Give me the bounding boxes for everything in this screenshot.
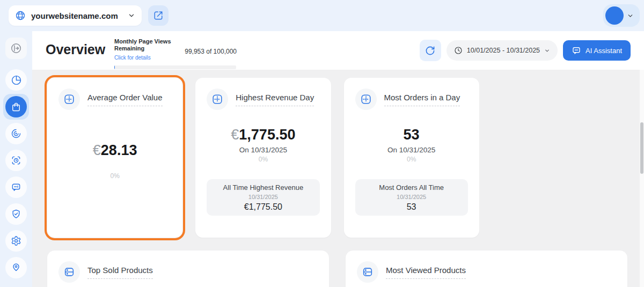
shield-check-icon	[11, 209, 21, 219]
card-value-date: On 10/31/2025	[344, 146, 479, 154]
alltime-date: 10/31/2025	[210, 193, 316, 201]
card-title: Average Order Value	[87, 93, 163, 106]
ai-assistant-label: AI Assistant	[586, 47, 622, 55]
collapse-sidebar-icon	[10, 42, 22, 54]
alltime-title: All Time Highest Revenue	[210, 183, 316, 192]
focus-scan-icon	[11, 155, 21, 166]
location-pin-icon	[11, 262, 21, 273]
table-card-icon-circle	[58, 261, 80, 283]
website-selector[interactable]: yourwebsitename.com	[9, 5, 142, 26]
alltime-title: Most Orders All Time	[358, 183, 465, 192]
sidebar-item-settings[interactable]	[5, 230, 27, 252]
main-area: Overview Monthly Page Views Remaining Cl…	[32, 31, 644, 287]
sidebar	[0, 31, 32, 287]
card-value-date: On 10/31/2025	[195, 146, 331, 154]
card-change: 0%	[47, 172, 182, 180]
card-title: Most Viewed Products	[386, 266, 466, 279]
page-header: Overview Monthly Page Views Remaining Cl…	[32, 31, 644, 70]
stat-card-icon-circle	[207, 89, 228, 110]
currency-prefix: €	[93, 142, 101, 158]
clock-icon	[454, 46, 463, 55]
chevron-down-icon	[627, 12, 634, 19]
card-highest-revenue-day[interactable]: Highest Revenue Day €1,775.50 On 10/31/2…	[195, 78, 331, 238]
sidebar-item-feedback[interactable]	[5, 176, 27, 198]
table-rows-icon	[362, 266, 374, 278]
external-link-icon	[153, 11, 163, 20]
header-controls: 10/01/2025 - 10/31/2025 AI Assistant	[420, 40, 631, 61]
sidebar-item-ecommerce[interactable]	[3, 94, 29, 120]
scrollbar-thumb[interactable]	[640, 122, 643, 174]
refresh-button[interactable]	[420, 40, 441, 61]
quota-progress-bar	[114, 65, 236, 69]
sidebar-item-behavior[interactable]	[5, 123, 27, 144]
widget-grid-icon	[360, 93, 372, 105]
card-title: Most Orders in a Day	[384, 93, 460, 106]
date-range-value: 10/01/2025 - 10/31/2025	[467, 47, 540, 54]
card-change: 0%	[344, 156, 479, 163]
card-value: €1,775.50	[195, 126, 331, 143]
quota-details-link[interactable]: Click for details	[114, 55, 151, 61]
scrollbar-track[interactable]	[640, 70, 644, 287]
pie-chart-icon	[11, 75, 22, 86]
chat-icon	[11, 182, 21, 193]
currency-prefix: €	[231, 127, 239, 143]
alltime-date: 10/31/2025	[358, 193, 465, 201]
settings-gear-icon	[11, 236, 21, 246]
refresh-icon	[425, 46, 435, 56]
widget-grid-icon	[63, 93, 75, 105]
widget-grid-icon	[211, 93, 223, 105]
website-name: yourwebsitename.com	[31, 11, 122, 20]
sidebar-item-recordings[interactable]	[5, 150, 27, 171]
table-rows-icon	[63, 266, 75, 278]
stat-cards-row: Average Order Value €28.13 0%	[47, 78, 627, 238]
sidebar-item-geolocation[interactable]	[5, 257, 27, 278]
globe-icon	[15, 10, 26, 21]
sidebar-item-security[interactable]	[5, 203, 27, 225]
open-website-button[interactable]	[148, 5, 169, 26]
shopping-bag-icon	[11, 101, 21, 112]
ai-assistant-button[interactable]: AI Assistant	[563, 40, 631, 61]
topbar: yourwebsitename.com	[0, 0, 644, 31]
page-title: Overview	[46, 42, 105, 57]
card-alltime-box: Most Orders All Time 10/31/2025 53	[355, 179, 468, 216]
sidebar-item-analytics[interactable]	[5, 69, 27, 91]
quota-usage: 99,953 of 100,000	[185, 48, 237, 55]
alltime-value: 53	[358, 202, 465, 212]
quota-label: Monthly Page Views Remaining	[114, 38, 181, 52]
alltime-value: €1,775.50	[210, 202, 316, 212]
content-area: Average Order Value €28.13 0%	[32, 70, 644, 287]
card-average-order-value[interactable]: Average Order Value €28.13 0%	[47, 78, 182, 238]
avatar	[605, 6, 624, 25]
stat-card-icon-circle	[58, 89, 80, 110]
stat-card-icon-circle	[355, 89, 377, 110]
card-top-sold-products[interactable]: Top Sold Products	[47, 251, 329, 287]
chat-bubble-icon	[572, 46, 581, 55]
card-value: 53	[344, 126, 479, 143]
card-title: Highest Revenue Day	[236, 93, 314, 106]
date-range-picker[interactable]: 10/01/2025 - 10/31/2025	[447, 40, 558, 61]
product-cards-row: Top Sold Products	[47, 251, 627, 287]
empty-grid-cell	[492, 78, 627, 238]
chevron-down-icon	[128, 12, 135, 19]
card-alltime-box: All Time Highest Revenue 10/31/2025 €1,7…	[207, 179, 319, 216]
table-card-icon-circle	[357, 261, 378, 283]
sidebar-item-collapse[interactable]	[5, 38, 27, 59]
swirl-icon	[11, 128, 21, 139]
card-value: €28.13	[47, 142, 182, 159]
pageviews-quota: Monthly Page Views Remaining Click for d…	[114, 38, 237, 69]
user-menu[interactable]	[603, 4, 640, 27]
card-most-viewed-products[interactable]: Most Viewed Products	[346, 251, 627, 287]
card-change: 0%	[195, 156, 331, 163]
sidebar-item-ecommerce-circle	[5, 96, 27, 117]
chevron-down-icon	[544, 48, 550, 54]
card-most-orders-day[interactable]: Most Orders in a Day 53 On 10/31/2025 0%…	[344, 78, 479, 238]
card-title: Top Sold Products	[87, 266, 153, 279]
